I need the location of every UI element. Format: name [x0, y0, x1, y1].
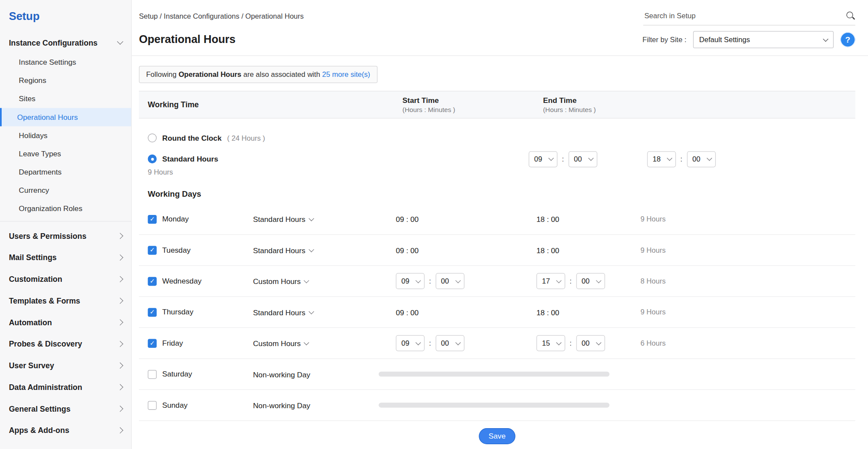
chevron-down-icon	[556, 340, 562, 345]
sidebar-item-sites[interactable]: Sites	[0, 90, 131, 108]
time-colon: :	[429, 339, 431, 347]
non-working-bar	[378, 403, 609, 407]
day-row-tuesday: ✓ Tuesday Standard Hours 09 : 00 18 : 00…	[139, 235, 855, 266]
wednesday-checkbox[interactable]: ✓	[148, 277, 157, 285]
sidebar-item-currency[interactable]: Currency	[0, 181, 131, 199]
sidebar-item-holidays[interactable]: Holidays	[0, 126, 131, 145]
chevron-down-icon	[304, 278, 309, 284]
sidebar-subnav: Instance Settings Regions Sites Operatio…	[0, 53, 131, 221]
help-button[interactable]: ?	[840, 32, 855, 47]
round-the-clock-radio[interactable]	[148, 133, 157, 142]
chevron-down-icon	[556, 277, 562, 283]
standard-end-minute-select[interactable]: 00	[687, 151, 715, 167]
chevron-right-icon	[117, 405, 123, 411]
sidebar-section-user-survey[interactable]: User Survey	[0, 354, 131, 376]
monday-checkbox[interactable]: ✓	[148, 215, 157, 223]
hour-value: 15	[542, 339, 550, 347]
thursday-hours-mode-select[interactable]: Standard Hours	[253, 308, 313, 317]
minute-value: 00	[441, 277, 449, 285]
friday-end-minute-select[interactable]: 00	[576, 335, 605, 351]
sidebar-item-leave-types[interactable]: Leave Types	[0, 145, 131, 163]
more-sites-link[interactable]: 25 more site(s)	[322, 70, 370, 79]
friday-hours-mode-select[interactable]: Custom Hours	[253, 339, 309, 347]
standard-hours-row: Standard Hours 09 : 00 18 : 00	[139, 151, 855, 176]
sidebar-item-departments[interactable]: Departments	[0, 163, 131, 181]
sidebar-section-probes-discovery[interactable]: Probes & Discovery	[0, 333, 131, 355]
mode-value: Standard Hours	[253, 215, 306, 224]
sidebar-section-data-administration[interactable]: Data Administration	[0, 376, 131, 398]
chevron-right-icon	[117, 340, 123, 347]
mode-value: Standard Hours	[253, 308, 306, 317]
friday-start-minute-select[interactable]: 00	[435, 335, 464, 351]
mode-value: Non-working Day	[253, 401, 310, 409]
tuesday-checkbox[interactable]: ✓	[148, 246, 157, 254]
sidebar-section-mail-settings[interactable]: Mail Settings	[0, 247, 131, 268]
saturday-checkbox[interactable]	[148, 370, 157, 378]
wednesday-start-minute-select[interactable]: 00	[435, 273, 464, 289]
sidebar-section-general-settings[interactable]: General Settings	[0, 398, 131, 419]
standard-total-hours: 9 Hours	[139, 168, 253, 176]
day-row-saturday: Saturday Non-working Day	[139, 359, 855, 390]
standard-start-minute-select[interactable]: 00	[568, 151, 597, 167]
chevron-down-icon	[415, 340, 421, 345]
thursday-total-hours: 9 Hours	[631, 308, 855, 316]
working-time-header: Working Time	[139, 100, 253, 109]
banner-suffix: are also associated with	[241, 70, 322, 79]
sidebar-section-automation[interactable]: Automation	[0, 311, 131, 333]
standard-start-hour-select[interactable]: 09	[529, 151, 557, 167]
non-working-bar	[378, 372, 609, 376]
standard-end-hour-select[interactable]: 18	[647, 151, 676, 167]
wednesday-start-hour-select[interactable]: 09	[396, 273, 424, 289]
day-name: Friday	[162, 339, 183, 347]
standard-hours-radio[interactable]	[148, 155, 157, 163]
section-label: Users & Permissions	[9, 231, 86, 240]
sidebar-section-instance-configurations[interactable]: Instance Configurations	[0, 32, 131, 53]
search-input[interactable]	[643, 11, 846, 21]
save-row: Save	[139, 421, 855, 449]
time-colon: :	[681, 155, 683, 163]
start-time-units: (Hours : Minutes )	[402, 106, 521, 113]
chevron-down-icon	[596, 277, 602, 283]
setup-title: Setup	[0, 0, 131, 32]
round-the-clock-suffix: ( 24 Hours )	[227, 134, 265, 142]
thursday-checkbox[interactable]: ✓	[148, 308, 157, 317]
standard-end-minute-value: 00	[692, 155, 700, 163]
filter-by-site-label: Filter by Site :	[642, 36, 686, 44]
sidebar-section-templates-forms[interactable]: Templates & Forms	[0, 290, 131, 311]
sidebar-item-organization-roles[interactable]: Organization Roles	[0, 199, 131, 218]
sidebar-section-apps-addons[interactable]: Apps & Add-ons	[0, 419, 131, 441]
sidebar-section-label: Instance Configurations	[9, 38, 97, 46]
wednesday-end-hour-select[interactable]: 17	[536, 273, 565, 289]
day-name: Thursday	[162, 308, 194, 316]
wednesday-end-minute-select[interactable]: 00	[576, 273, 605, 289]
minute-value: 00	[582, 339, 589, 347]
friday-end-hour-select[interactable]: 15	[536, 335, 565, 351]
tuesday-hours-mode-select[interactable]: Standard Hours	[253, 246, 313, 254]
day-name: Saturday	[162, 370, 192, 378]
sidebar-item-regions[interactable]: Regions	[0, 72, 131, 90]
day-name: Sunday	[162, 401, 187, 409]
save-button[interactable]: Save	[479, 428, 516, 444]
sunday-checkbox[interactable]	[148, 401, 157, 409]
saturday-hours-mode: Non-working Day	[253, 370, 310, 379]
search-icon[interactable]	[846, 11, 855, 21]
sidebar-item-operational-hours[interactable]: Operational Hours	[0, 108, 131, 126]
monday-total-hours: 9 Hours	[631, 215, 855, 223]
wednesday-hours-mode-select[interactable]: Custom Hours	[253, 277, 309, 285]
friday-total-hours: 6 Hours	[631, 339, 855, 347]
breadcrumb: Setup / Instance Configurations / Operat…	[139, 12, 304, 20]
site-filter-select[interactable]: Default Settings	[693, 31, 834, 48]
standard-start-minute-value: 00	[574, 155, 582, 163]
standard-hours-label: Standard Hours	[162, 155, 218, 163]
chevron-right-icon	[117, 254, 123, 260]
sidebar-item-instance-settings[interactable]: Instance Settings	[0, 53, 131, 71]
friday-checkbox[interactable]: ✓	[148, 339, 157, 347]
mode-value: Custom Hours	[253, 277, 301, 285]
banner-bold: Operational Hours	[178, 70, 241, 79]
friday-start-hour-select[interactable]: 09	[396, 335, 424, 351]
section-label: Data Administration	[9, 383, 82, 391]
monday-hours-mode-select[interactable]: Standard Hours	[253, 215, 313, 224]
minute-value: 00	[441, 339, 449, 347]
sidebar-section-customization[interactable]: Customization	[0, 268, 131, 290]
sidebar-section-users-permissions[interactable]: Users & Permissions	[0, 225, 131, 247]
